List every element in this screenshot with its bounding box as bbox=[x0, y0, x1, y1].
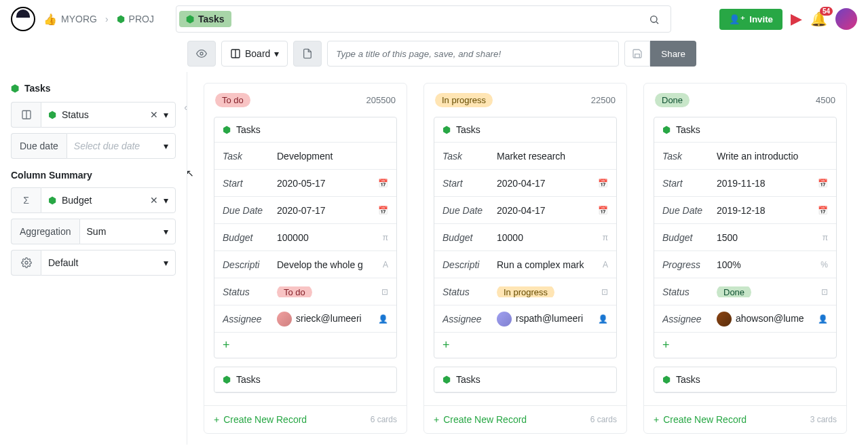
save-button[interactable] bbox=[624, 41, 650, 67]
card-field-row[interactable]: Start 2020-05-17 📅 bbox=[214, 170, 396, 197]
chevron-down-icon[interactable]: ▾ bbox=[164, 195, 168, 206]
due-date-select[interactable]: Select due date ▾ bbox=[67, 133, 176, 159]
card-field-row[interactable]: Start 2019-11-18 📅 bbox=[654, 170, 836, 197]
board-column: To do 205500 ⬢ Tasks Task Development St… bbox=[204, 83, 407, 434]
chevron-down-icon: ▾ bbox=[164, 257, 168, 268]
invite-button[interactable]: 👤⁺ Invite bbox=[719, 9, 782, 30]
create-record-button[interactable]: + Create New Record bbox=[654, 414, 747, 425]
breadcrumb-org[interactable]: 👍 MYORG bbox=[43, 13, 97, 26]
field-value: 1500 bbox=[713, 232, 823, 243]
share-button[interactable]: Share bbox=[650, 41, 696, 67]
aggregation-select[interactable]: Sum ▾ bbox=[79, 219, 176, 244]
record-card[interactable]: ⬢ Tasks Task Market research Start 2020-… bbox=[434, 117, 617, 358]
add-field-button[interactable]: + bbox=[434, 333, 616, 358]
card-field-row[interactable]: Status To do ⊡ bbox=[214, 278, 396, 305]
field-value: 2020-05-17 bbox=[273, 178, 378, 189]
card-field-row[interactable]: Task Write an introductio bbox=[654, 143, 836, 170]
field-label: Assignee bbox=[442, 314, 493, 324]
tasks-icon: ⬢ bbox=[662, 374, 671, 385]
field-value: ahowson@lume bbox=[713, 312, 818, 327]
record-card[interactable]: ⬢ Tasks bbox=[654, 367, 837, 393]
search-icon[interactable] bbox=[641, 7, 668, 30]
card-field-row[interactable]: Budget 1500 π bbox=[654, 224, 836, 251]
sidebar-title: ⬢ Tasks bbox=[11, 83, 176, 94]
field-label: Budget bbox=[662, 232, 713, 243]
card-title: ⬢ Tasks bbox=[654, 367, 836, 392]
chevron-down-icon: ▾ bbox=[274, 48, 279, 59]
record-card[interactable]: ⬢ Tasks bbox=[214, 367, 397, 393]
column-status-pill[interactable]: Done bbox=[655, 93, 690, 107]
add-field-button[interactable]: + bbox=[654, 333, 836, 358]
column-status-pill[interactable]: In progress bbox=[435, 93, 493, 107]
view-selector[interactable]: Board ▾ bbox=[221, 41, 288, 67]
record-card[interactable]: ⬢ Tasks Task Write an introductio Start … bbox=[654, 117, 837, 358]
breadcrumb-project[interactable]: ⬢ PROJ bbox=[117, 14, 154, 24]
column-status-pill[interactable]: To do bbox=[215, 93, 250, 107]
card-title: ⬢ Tasks bbox=[434, 117, 616, 143]
card-field-row[interactable]: Status In progress ⊡ bbox=[434, 278, 616, 305]
card-field-row[interactable]: Progress 100% % bbox=[654, 251, 836, 278]
search-filter-pill[interactable]: ⬢ Tasks bbox=[179, 11, 231, 27]
card-field-row[interactable]: Due Date 2020-07-17 📅 bbox=[214, 197, 396, 224]
clear-icon[interactable]: ✕ bbox=[150, 195, 158, 206]
card-count: 3 cards bbox=[810, 415, 837, 424]
card-field-row[interactable]: Status Done ⊡ bbox=[654, 278, 836, 305]
field-value: 100% bbox=[713, 259, 820, 270]
field-type-icon: π bbox=[823, 233, 828, 242]
column-header: Done 4500 bbox=[644, 83, 846, 117]
field-label: Due Date bbox=[223, 205, 273, 216]
page-title-input[interactable] bbox=[327, 41, 619, 67]
app-logo[interactable] bbox=[11, 7, 35, 31]
create-record-button[interactable]: + Create New Record bbox=[434, 414, 527, 425]
clear-icon[interactable]: ✕ bbox=[150, 109, 158, 120]
youtube-icon[interactable]: ▶ bbox=[791, 10, 802, 28]
project-icon: ⬢ bbox=[117, 14, 125, 24]
add-field-button[interactable]: + bbox=[214, 333, 396, 358]
visibility-toggle[interactable] bbox=[187, 41, 216, 67]
sigma-icon: Σ bbox=[11, 187, 41, 213]
document-button[interactable] bbox=[293, 41, 322, 67]
field-label: Descripti bbox=[223, 259, 273, 270]
collapse-sidebar-icon[interactable]: ‹ bbox=[184, 102, 187, 113]
card-field-row[interactable]: Task Market research bbox=[434, 143, 616, 170]
board-column: Done 4500 ⬢ Tasks Task Write an introduc… bbox=[643, 83, 847, 434]
record-card[interactable]: ⬢ Tasks Task Development Start 2020-05-1… bbox=[214, 117, 397, 358]
column-footer: + Create New Record 6 cards bbox=[204, 405, 407, 433]
tasks-icon: ⬢ bbox=[442, 124, 451, 135]
card-field-row[interactable]: Assignee rspath@lumeeri 👤 bbox=[434, 305, 616, 333]
plus-icon: + bbox=[214, 414, 219, 425]
columns-icon bbox=[11, 102, 41, 128]
chevron-down-icon[interactable]: ▾ bbox=[164, 109, 168, 120]
group-by-field[interactable]: ⬢ Status ✕ ▾ bbox=[41, 102, 176, 128]
card-field-row[interactable]: Start 2020-04-17 📅 bbox=[434, 170, 616, 197]
card-field-row[interactable]: Assignee srieck@lumeeri 👤 bbox=[214, 305, 396, 333]
format-select[interactable]: Default ▾ bbox=[41, 250, 176, 276]
field-type-icon: ⊡ bbox=[821, 287, 828, 297]
notification-badge: 54 bbox=[820, 7, 833, 16]
column-header: In progress 22500 bbox=[424, 83, 626, 117]
card-field-row[interactable]: Budget 10000 π bbox=[434, 224, 616, 251]
status-badge: Done bbox=[717, 286, 751, 297]
field-label: Task bbox=[442, 151, 493, 162]
field-type-icon: A bbox=[603, 260, 608, 270]
record-card[interactable]: ⬢ Tasks bbox=[434, 367, 617, 393]
create-record-button[interactable]: + Create New Record bbox=[214, 414, 307, 425]
search-bar[interactable]: ⬢ Tasks bbox=[176, 5, 671, 33]
card-field-row[interactable]: Due Date 2020-04-17 📅 bbox=[434, 197, 616, 224]
card-field-row[interactable]: Due Date 2019-12-18 📅 bbox=[654, 197, 836, 224]
card-field-row[interactable]: Descripti Develop the whole g A bbox=[214, 251, 396, 278]
card-field-row[interactable]: Assignee ahowson@lume 👤 bbox=[654, 305, 836, 333]
thumbs-up-icon: 👍 bbox=[43, 13, 57, 26]
field-type-icon: 📅 bbox=[378, 206, 388, 215]
field-type-icon: 📅 bbox=[818, 206, 828, 215]
card-field-row[interactable]: Descripti Run a complex mark A bbox=[434, 251, 616, 278]
notifications-button[interactable]: 🔔 54 bbox=[810, 11, 827, 27]
summary-field[interactable]: ⬢ Budget ✕ ▾ bbox=[41, 187, 176, 213]
field-value: 2020-04-17 bbox=[493, 205, 598, 216]
field-label: Descripti bbox=[442, 259, 493, 270]
card-field-row[interactable]: Budget 100000 π bbox=[214, 224, 396, 251]
user-avatar[interactable] bbox=[835, 8, 857, 30]
field-label: Budget bbox=[223, 232, 273, 243]
user-plus-icon: 👤⁺ bbox=[729, 14, 745, 24]
card-field-row[interactable]: Task Development bbox=[214, 143, 396, 170]
